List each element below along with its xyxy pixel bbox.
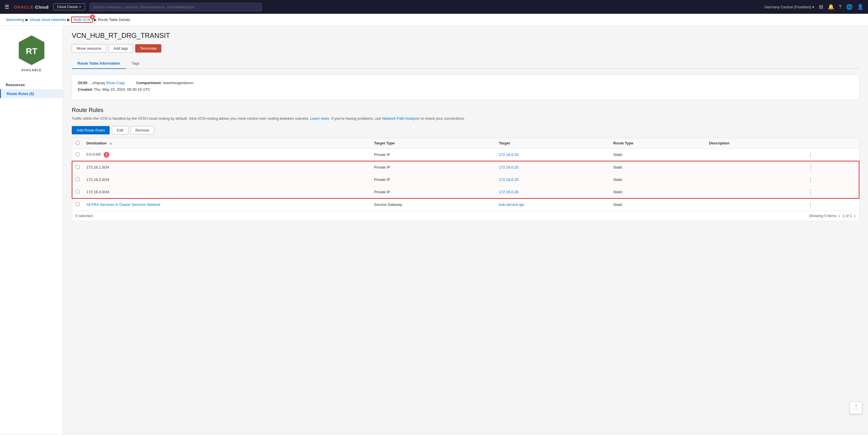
row3-checkbox[interactable] xyxy=(76,178,80,181)
user-icon[interactable]: 👤 xyxy=(857,4,863,10)
cloud-classic-button[interactable]: Cloud Classic > xyxy=(53,3,85,10)
row2-checkbox-cell xyxy=(72,161,83,174)
table-row: 172.16.1.0/24 Private IP 172.16.0.20 Sta… xyxy=(72,161,859,174)
breadcrumb-networking[interactable]: Networking xyxy=(6,18,24,22)
breadcrumb-sep2: ▶ xyxy=(67,18,70,22)
help-widget-dots: ⋮⋮⋮ xyxy=(852,408,859,411)
breadcrumb-vcn[interactable]: Virtual cloud networks xyxy=(30,18,66,22)
add-route-rules-button[interactable]: Add Route Rules xyxy=(72,126,110,134)
row5-actions: ⋮ xyxy=(803,198,859,211)
row4-destination: 172.16.3.0/24 xyxy=(83,186,371,198)
header-description: Description xyxy=(706,138,803,149)
edit-button[interactable]: Edit xyxy=(112,126,128,134)
row2-checkbox[interactable] xyxy=(76,165,80,169)
row5-target-type: Service Gateway xyxy=(371,198,495,211)
info-row-created: Created: Thu, May 23, 2024, 06:30:19 UTC xyxy=(78,87,854,92)
row1-target-link[interactable]: 172.16.0.20 xyxy=(499,153,519,157)
page-info: 1 of 1 xyxy=(842,214,852,218)
row4-target-link[interactable]: 172.16.0.20 xyxy=(499,190,519,194)
route-rules-title: Route Rules xyxy=(72,107,859,114)
row3-destination: 172.16.2.0/24 xyxy=(83,174,371,186)
breadcrumb: Networking ▶ Virtual cloud networks ▶ HU… xyxy=(0,14,868,26)
tab-route-table-info[interactable]: Route Table Information xyxy=(72,58,126,69)
row3-checkbox-cell xyxy=(72,174,83,186)
row5-description xyxy=(706,198,803,211)
table-header-row: Destination ▲ Target Type Target Route T… xyxy=(72,138,859,149)
row5-context-menu[interactable]: ⋮ xyxy=(806,201,815,208)
row3-description xyxy=(706,174,803,186)
row5-checkbox[interactable] xyxy=(76,202,80,206)
hamburger-icon[interactable]: ☰ xyxy=(5,4,9,10)
row2-context-menu[interactable]: ⋮ xyxy=(806,164,815,171)
row2-route-type: Static xyxy=(610,161,706,174)
help-widget[interactable]: ? ⋮⋮⋮ xyxy=(849,401,862,414)
table-footer: 0 selected Showing 5 items ‹ 1 of 1 › xyxy=(72,211,859,221)
breadcrumb-hub-vcn[interactable]: HUB-VCN 2 xyxy=(71,17,93,23)
row1-destination: 0.0.0.0/0 1 xyxy=(83,149,371,161)
row4-target: 172.16.0.20 xyxy=(495,186,610,198)
row2-target: 172.16.0.20 xyxy=(495,161,610,174)
status-badge: AVAILABLE xyxy=(21,68,41,72)
terminate-button[interactable]: Terminate xyxy=(135,44,161,53)
header-actions xyxy=(803,138,859,149)
header-destination[interactable]: Destination ▲ xyxy=(83,138,371,149)
row5-target-link[interactable]: hub-service-gw xyxy=(499,202,524,207)
row4-context-menu[interactable]: ⋮ xyxy=(806,189,815,195)
learn-more-link[interactable]: Learn more. xyxy=(310,116,330,121)
ocid-copy-link[interactable]: Copy xyxy=(116,81,125,85)
table-row: 172.16.3.0/24 Private IP 172.16.0.20 Sta… xyxy=(72,186,859,198)
network-path-analyzer-link[interactable]: Network Path Analyzer xyxy=(382,116,420,121)
tab-tags[interactable]: Tags xyxy=(126,58,145,69)
row3-target-link[interactable]: 172.16.0.20 xyxy=(499,178,519,182)
breadcrumb-sep1: ▶ xyxy=(26,18,28,22)
help-widget-icon: ? xyxy=(855,405,857,408)
row4-checkbox[interactable] xyxy=(76,190,80,193)
row3-target-type: Private IP xyxy=(371,174,495,186)
row1-target: 172.16.0.20 xyxy=(495,149,610,161)
row2-actions: ⋮ xyxy=(803,161,859,174)
created-info: Created: Thu, May 23, 2024, 06:30:19 UTC xyxy=(78,87,150,92)
row2-target-type: Private IP xyxy=(371,161,495,174)
svg-text:RT: RT xyxy=(26,46,37,56)
created-value: Thu, May 23, 2024, 06:30:19 UTC xyxy=(94,87,150,92)
row1-target-type: Private IP xyxy=(371,149,495,161)
prev-page-button[interactable]: ‹ xyxy=(839,213,840,218)
header-target-type: Target Type xyxy=(371,138,495,149)
help-icon[interactable]: ? xyxy=(839,4,842,10)
grid-icon[interactable]: ⊞ xyxy=(819,4,823,10)
row3-target: 172.16.0.20 xyxy=(495,174,610,186)
sidebar-item-route-rules[interactable]: Route Rules (5) xyxy=(0,89,63,98)
row1-checkbox[interactable] xyxy=(76,153,80,156)
sort-icon: ▲ xyxy=(109,141,113,145)
ocid-value: ...ohqcaq xyxy=(89,81,105,85)
region-selector[interactable]: Germany Central (Frankfurt) ▾ xyxy=(764,5,814,9)
nav-right-icons: Germany Central (Frankfurt) ▾ ⊞ 🔔 ? 🌐 👤 xyxy=(764,4,863,10)
row3-context-menu[interactable]: ⋮ xyxy=(806,176,815,183)
row1-context-menu[interactable]: ⋮ xyxy=(806,151,815,158)
compartment-info: Compartment: IwanHoogendoorn xyxy=(136,81,193,85)
select-all-checkbox[interactable] xyxy=(76,141,80,145)
ocid-info: OCID: ...ohqcaq Show Copy xyxy=(78,81,125,85)
globe-icon[interactable]: 🌐 xyxy=(846,4,852,10)
row4-target-type: Private IP xyxy=(371,186,495,198)
move-resource-button[interactable]: Move resource xyxy=(72,44,106,53)
add-tags-button[interactable]: Add tags xyxy=(108,44,133,53)
header-route-type: Route Type xyxy=(610,138,706,149)
remove-button[interactable]: Remove xyxy=(131,126,154,134)
row1-checkbox-cell xyxy=(72,149,83,161)
next-page-button[interactable]: › xyxy=(854,213,856,218)
row2-target-link[interactable]: 172.16.0.20 xyxy=(499,165,519,169)
row3-route-type: Static xyxy=(610,174,706,186)
ocid-show-link[interactable]: Show xyxy=(106,81,115,85)
table-row: All FRA Services In Oracle Services Netw… xyxy=(72,198,859,211)
row4-route-type: Static xyxy=(610,186,706,198)
selected-count: 0 selected xyxy=(75,214,92,218)
main-content: VCN_HUB_RT_DRG_TRANSIT Move resource Add… xyxy=(63,26,868,434)
bell-icon[interactable]: 🔔 xyxy=(828,4,834,10)
breadcrumb-current: Route Table Details xyxy=(98,18,130,22)
pagination: Showing 5 items ‹ 1 of 1 › xyxy=(809,213,856,218)
row5-dest-link[interactable]: All FRA Services In Oracle Services Netw… xyxy=(86,202,160,207)
search-input[interactable] xyxy=(90,3,262,11)
table-row: 172.16.2.0/24 Private IP 172.16.0.20 Sta… xyxy=(72,174,859,186)
info-row-ocid: OCID: ...ohqcaq Show Copy Compartment: I… xyxy=(78,81,854,85)
